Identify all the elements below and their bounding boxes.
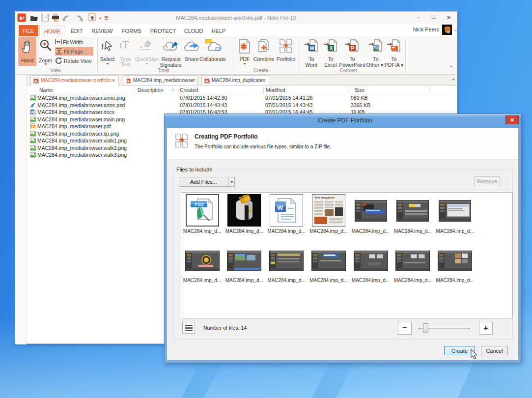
svg-text:✱: ✱ <box>240 42 247 52</box>
svg-text:x: x <box>166 45 168 49</box>
svg-text:X: X <box>330 46 333 51</box>
svg-text:W: W <box>310 46 315 51</box>
svg-text:Viva magazine: Viva magazine <box>314 196 335 199</box>
svg-text:W: W <box>277 204 283 211</box>
svg-text:x: x <box>140 45 142 49</box>
svg-text:P: P <box>351 46 355 51</box>
svg-text:W: W <box>31 111 34 114</box>
svg-text:I: I <box>101 42 104 51</box>
svg-text:PSD: PSD <box>195 202 204 207</box>
